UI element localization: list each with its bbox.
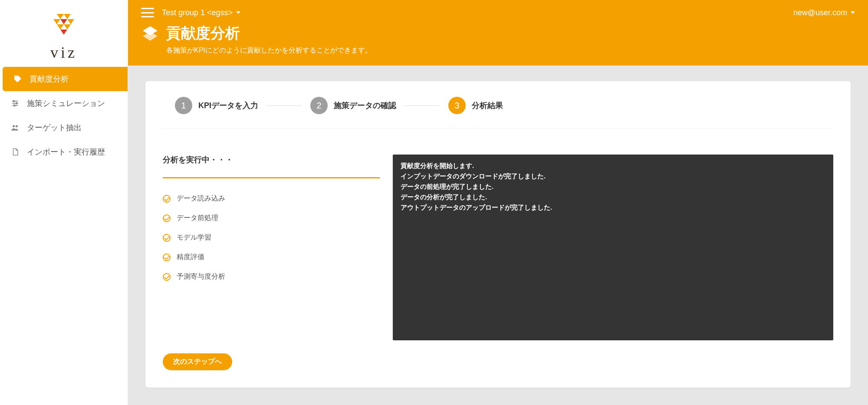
svg-marker-6 <box>64 24 71 30</box>
step-number: 3 <box>448 97 466 114</box>
step-1[interactable]: 1 KPIデータを入力 <box>175 97 258 114</box>
progress-title: 分析を実行中・・・ <box>163 155 380 165</box>
step-connector <box>267 105 302 106</box>
progress-step-label: データ読み込み <box>177 194 225 203</box>
viz-logo-icon <box>50 10 78 38</box>
svg-point-15 <box>16 125 18 127</box>
group-selector[interactable]: Test group 1 <egss> <box>162 8 240 17</box>
progress-step: 精度評価 <box>163 247 380 267</box>
console-line: インプットデータのダウンロードが完了しました. <box>401 171 825 181</box>
sidebar-item-target[interactable]: ターゲット抽出 <box>0 115 128 140</box>
check-icon <box>163 234 171 242</box>
console-output: 貢献度分析を開始します. インプットデータのダウンロードが完了しました. データ… <box>393 155 833 340</box>
user-menu[interactable]: new@user.com <box>793 8 855 17</box>
check-icon <box>163 254 171 261</box>
step-label: KPIデータを入力 <box>198 100 258 111</box>
sidebar: viz 貢献度分析 施策シミュレーション ターゲット抽出 インポート・実行履歴 <box>0 0 128 405</box>
progress-bar <box>163 177 380 178</box>
progress-step: データ前処理 <box>163 208 380 228</box>
progress-step-label: モデル学習 <box>177 233 211 242</box>
svg-marker-7 <box>60 30 67 35</box>
svg-marker-17 <box>143 32 158 41</box>
progress-step-label: 精度評価 <box>177 253 204 262</box>
next-step-button[interactable]: 次のステップへ <box>163 353 232 370</box>
page-subtitle: 各施策がKPIにどのように貢献したかを分析することができます。 <box>166 46 855 55</box>
check-icon <box>163 195 171 203</box>
check-icon <box>163 214 171 222</box>
brand-name: viz <box>0 43 128 62</box>
page-title: 貢献度分析 <box>166 23 240 43</box>
sidebar-item-label: インポート・実行履歴 <box>27 147 105 157</box>
tag-icon <box>13 74 23 84</box>
svg-point-11 <box>13 100 14 102</box>
document-icon <box>10 147 20 157</box>
user-email: new@user.com <box>793 8 847 17</box>
group-name: Test group 1 <egss> <box>162 8 233 17</box>
svg-point-13 <box>14 105 15 106</box>
check-icon <box>163 273 171 281</box>
step-label: 分析結果 <box>472 100 503 111</box>
stepper: 1 KPIデータを入力 2 施策データの確認 3 分析結果 <box>163 94 833 128</box>
svg-marker-5 <box>57 24 64 30</box>
step-connector <box>405 105 440 106</box>
sidebar-item-simulation[interactable]: 施策シミュレーション <box>0 91 128 115</box>
step-3[interactable]: 3 分析結果 <box>448 97 503 114</box>
step-number: 1 <box>175 97 192 114</box>
console-line: データの分析が完了しました. <box>401 192 825 202</box>
svg-point-12 <box>16 102 17 104</box>
step-2[interactable]: 2 施策データの確認 <box>310 97 396 114</box>
caret-down-icon <box>236 11 240 14</box>
progress-step: データ読み込み <box>163 189 380 208</box>
sidebar-item-contribution[interactable]: 貢献度分析 <box>3 67 128 91</box>
svg-marker-4 <box>67 19 74 24</box>
caret-down-icon <box>851 11 855 14</box>
page-header: Test group 1 <egss> new@user.com 貢献度分析 <box>128 0 868 66</box>
brand-logo: viz <box>0 0 128 67</box>
layers-icon <box>141 24 159 43</box>
progress-step-label: 予測寄与度分析 <box>177 272 225 281</box>
sidebar-item-label: 施策シミュレーション <box>27 98 105 109</box>
progress-step-list: データ読み込み データ前処理 モデル学習 精度評価 予測寄与度分析 <box>163 189 380 286</box>
users-icon <box>10 123 20 132</box>
sliders-icon <box>10 99 20 108</box>
step-label: 施策データの確認 <box>334 100 396 111</box>
console-line: データの前処理が完了しました. <box>401 181 825 192</box>
progress-step-label: データ前処理 <box>177 214 218 223</box>
console-line: 貢献度分析を開始します. <box>401 161 825 171</box>
console-line: アウトプットデータのアップロードが完了しました. <box>401 202 825 213</box>
sidebar-item-import-history[interactable]: インポート・実行履歴 <box>0 140 128 164</box>
svg-point-14 <box>13 125 15 127</box>
menu-toggle[interactable] <box>141 8 154 17</box>
svg-marker-2 <box>60 19 67 24</box>
content-card: 1 KPIデータを入力 2 施策データの確認 3 分析結果 分析を実行中・・・ <box>145 81 851 388</box>
svg-marker-3 <box>53 19 60 24</box>
progress-step: 予測寄与度分析 <box>163 267 380 286</box>
progress-step: モデル学習 <box>163 228 380 247</box>
step-number: 2 <box>310 97 328 114</box>
sidebar-item-label: 貢献度分析 <box>30 74 69 84</box>
svg-marker-1 <box>64 14 71 19</box>
sidebar-item-label: ターゲット抽出 <box>27 122 82 133</box>
svg-marker-0 <box>57 14 64 19</box>
